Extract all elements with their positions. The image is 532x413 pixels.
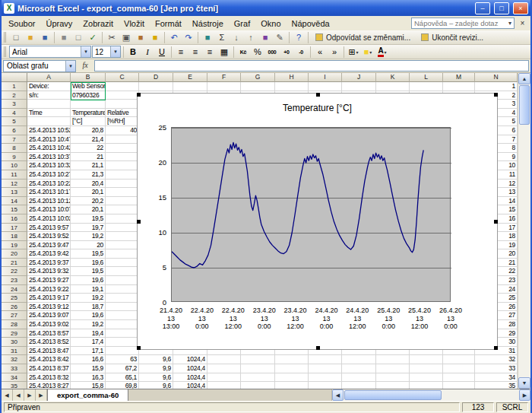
cell-C26[interactable] xyxy=(106,303,139,312)
cell-C14[interactable] xyxy=(106,197,139,206)
row-header-18[interactable]: 18 xyxy=(2,232,27,241)
row-header-9[interactable]: 9 xyxy=(2,153,27,162)
cell-J32[interactable] xyxy=(342,355,376,364)
cell-C4[interactable]: Relative xyxy=(106,109,139,118)
cell-H32[interactable] xyxy=(275,355,309,364)
row-header-35[interactable]: 35 xyxy=(2,382,27,389)
row-header-24[interactable]: 24 xyxy=(2,285,27,294)
cell-C15[interactable] xyxy=(106,205,139,214)
cell-C24[interactable] xyxy=(106,285,139,294)
cell-K34[interactable] xyxy=(376,373,410,383)
cell-F35[interactable] xyxy=(207,382,241,389)
cell-A12[interactable]: 25.4.2013 10:22 xyxy=(27,179,71,189)
drawing-icon[interactable]: ✎ xyxy=(273,31,287,44)
decrease-indent-button[interactable]: « xyxy=(313,46,327,59)
cell-C11[interactable] xyxy=(106,170,139,179)
cell-A23[interactable]: 25.4.2013 9:27 xyxy=(27,276,71,285)
cell-B6[interactable]: 20,8 xyxy=(71,126,106,135)
cell-M32[interactable] xyxy=(443,355,475,364)
sort-asc-icon[interactable]: ↓ xyxy=(230,31,243,44)
column-header-A[interactable]: A xyxy=(27,73,71,82)
increase-indent-button[interactable]: » xyxy=(328,46,341,59)
cell-B31[interactable]: 17,1 xyxy=(71,347,106,356)
currency-button[interactable]: Kč xyxy=(236,46,250,59)
column-header-L[interactable]: L xyxy=(410,73,443,82)
row-header-2[interactable]: 2 xyxy=(2,91,27,100)
cell-C7[interactable] xyxy=(106,135,139,145)
cell-B32[interactable]: 16,6 xyxy=(71,355,106,364)
align-left-button[interactable]: ≡ xyxy=(174,46,188,59)
cell-K32[interactable] xyxy=(376,355,410,364)
cell-A14[interactable]: 25.4.2013 10:12 xyxy=(27,197,71,206)
cell-A25[interactable]: 25.4.2013 9:17 xyxy=(27,294,71,303)
font-color-button[interactable]: A▾ xyxy=(375,46,389,59)
cell-I34[interactable] xyxy=(309,373,342,383)
row-header-10[interactable]: 10 xyxy=(2,161,27,170)
end-review-button[interactable]: Ukončit revizi... xyxy=(416,33,488,43)
cell-G32[interactable] xyxy=(241,355,275,364)
cell-B35[interactable]: 15,8 xyxy=(71,382,106,389)
cell-F34[interactable] xyxy=(207,373,241,383)
sort-desc-icon[interactable]: ↑ xyxy=(244,31,258,44)
scroll-down-icon[interactable]: ▼ xyxy=(518,377,530,389)
cell-N34[interactable]: 34 xyxy=(475,373,518,383)
chart-selection-handle[interactable] xyxy=(316,93,320,97)
menu-item-úpravy[interactable]: Úpravy xyxy=(40,17,78,30)
borders-button[interactable]: ⊞▾ xyxy=(347,46,360,59)
comma-style-button[interactable]: 000 xyxy=(265,46,279,59)
align-center-button[interactable]: ≡ xyxy=(188,46,202,59)
cell-A26[interactable]: 25.4.2013 9:12 xyxy=(27,303,71,312)
reply-with-changes-button[interactable]: Odpovídat se změnami... xyxy=(311,33,415,43)
row-header-22[interactable]: 22 xyxy=(2,267,27,276)
vertical-scroll-thumb[interactable] xyxy=(519,85,530,125)
cell-C23[interactable] xyxy=(106,276,139,285)
hyperlink-icon[interactable]: ■ xyxy=(201,31,214,44)
cell-E32[interactable]: 1024,4 xyxy=(173,355,207,364)
column-header-N[interactable]: N xyxy=(475,73,518,82)
scroll-up-icon[interactable]: ▲ xyxy=(518,73,530,84)
cell-D34[interactable]: 9,6 xyxy=(139,373,173,383)
cell-C27[interactable] xyxy=(106,311,139,320)
cell-D32[interactable]: 9,6 xyxy=(139,355,173,364)
cell-M33[interactable] xyxy=(443,364,475,373)
cell-B20[interactable]: 19,5 xyxy=(71,249,106,259)
cell-N35[interactable]: 35 xyxy=(475,382,518,389)
cell-D35[interactable]: 9,6 xyxy=(139,382,173,389)
cell-A20[interactable]: 25.4.2013 9:42 xyxy=(27,249,71,259)
column-header-J[interactable]: J xyxy=(342,73,376,82)
row-header-7[interactable]: 7 xyxy=(2,135,27,145)
cell-B15[interactable]: 20,1 xyxy=(71,205,106,214)
row-header-30[interactable]: 30 xyxy=(2,338,27,347)
column-header-B[interactable]: B xyxy=(71,73,106,82)
row-header-25[interactable]: 25 xyxy=(2,294,27,303)
cell-C22[interactable] xyxy=(106,267,139,276)
row-header-15[interactable]: 15 xyxy=(2,205,27,214)
cell-C1[interactable] xyxy=(106,82,139,91)
cell-C34[interactable]: 65,1 xyxy=(106,373,139,383)
row-header-17[interactable]: 17 xyxy=(2,224,27,233)
cell-G34[interactable] xyxy=(241,373,275,383)
cell-C2[interactable] xyxy=(106,91,139,100)
fill-color-button[interactable]: ■▾ xyxy=(361,46,375,59)
cell-C3[interactable] xyxy=(106,100,139,109)
menu-item-nápověda[interactable]: Nápověda xyxy=(287,17,335,30)
font-name-combo[interactable]: Arial ▾ xyxy=(9,46,91,58)
cell-A18[interactable]: 25.4.2013 9:52 xyxy=(27,232,71,241)
cell-C18[interactable] xyxy=(106,232,139,241)
cell-B30[interactable]: 17,4 xyxy=(71,338,106,347)
cell-M34[interactable] xyxy=(443,373,475,383)
cell-E34[interactable]: 1024,4 xyxy=(173,373,207,383)
cell-A6[interactable]: 25.4.2013 10:52 xyxy=(27,126,71,135)
cell-K33[interactable] xyxy=(376,364,410,373)
cell-A27[interactable]: 25.4.2013 9:07 xyxy=(27,311,71,320)
row-header-33[interactable]: 33 xyxy=(2,364,27,373)
cell-A15[interactable]: 25.4.2013 10:07 xyxy=(27,205,71,214)
menu-item-zobrazit[interactable]: Zobrazit xyxy=(78,17,119,30)
redo-icon[interactable]: ↷ xyxy=(182,31,195,44)
chart-selection-handle[interactable] xyxy=(316,346,320,350)
column-header-K[interactable]: K xyxy=(376,73,410,82)
cell-C28[interactable] xyxy=(106,320,139,329)
row-header-29[interactable]: 29 xyxy=(2,329,27,338)
cell-A24[interactable]: 25.4.2013 9:22 xyxy=(27,285,71,294)
cell-B19[interactable]: 20 xyxy=(71,241,106,250)
